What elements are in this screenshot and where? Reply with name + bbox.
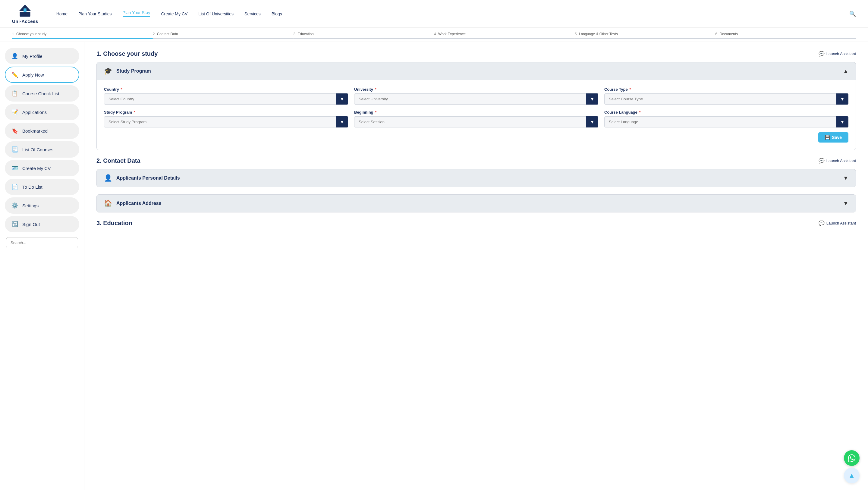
course-language-select[interactable]: Select Language — [604, 116, 848, 127]
applicants-address-accordion-header[interactable]: 🏠 Applicants Address ▼ — [97, 195, 856, 212]
nav-links: HomePlan Your StudiesPlan Your StayCreat… — [56, 10, 849, 17]
study-program-select[interactable]: Select Study Program — [104, 116, 348, 127]
personal-details-chevron: ▼ — [843, 175, 848, 181]
brand-name: Uni-Access — [12, 19, 38, 24]
settings-icon: ⚙️ — [11, 202, 18, 209]
save-icon: 💾 — [825, 135, 830, 140]
sidebar-item-applications[interactable]: 📝 Applications — [5, 104, 79, 120]
sidebar-item-sign-out[interactable]: ↩️ Sign Out — [5, 216, 79, 232]
step-number: 1. — [12, 32, 15, 36]
create-my-cv-label: Create My CV — [22, 166, 51, 171]
sidebar-item-course-check-list[interactable]: 📋 Course Check List — [5, 85, 79, 101]
step-item: 4.Work Experience — [434, 32, 575, 41]
step-number: 3. — [293, 32, 296, 36]
step-bar — [715, 38, 856, 39]
study-program-form-grid: Country * Select Country ▼ University * … — [104, 87, 848, 127]
scroll-up-fab[interactable]: ▲ — [844, 468, 860, 483]
step-label: 3.Education — [293, 32, 434, 36]
main-layout: 👤 My Profile ✏️ Apply Now 📋 Course Check… — [0, 42, 868, 490]
sidebar-item-apply-now[interactable]: ✏️ Apply Now — [5, 67, 79, 83]
nav-link-create-my-cv[interactable]: Create My CV — [161, 11, 187, 16]
svg-rect-2 — [24, 8, 27, 12]
step-bar — [153, 38, 293, 39]
sign-out-icon: ↩️ — [11, 221, 18, 227]
university-select[interactable]: Select University — [354, 93, 598, 104]
section1-launch-label: Launch Assistant — [827, 52, 856, 56]
applicants-address-accordion: 🏠 Applicants Address ▼ — [96, 194, 856, 212]
course-check-list-icon: 📋 — [11, 90, 18, 97]
beginning-select[interactable]: Select Session — [354, 116, 598, 127]
applications-icon: 📝 — [11, 109, 18, 115]
launch-assistant-icon: 💬 — [818, 51, 825, 57]
sidebar-item-to-do-list[interactable]: 📄 To Do List — [5, 179, 79, 195]
country-select[interactable]: Select Country — [104, 93, 348, 104]
label-study-program-select: Study Program * — [104, 110, 348, 115]
required-mark: * — [374, 87, 376, 92]
label-beginning-select: Beginning * — [354, 110, 598, 115]
step-bar — [12, 38, 153, 39]
step-label: 6.Documents — [715, 32, 856, 36]
home-icon: 🏠 — [104, 200, 112, 207]
svg-rect-0 — [20, 12, 30, 17]
main-content: 1. Choose your study 💬 Launch Assistant … — [84, 42, 868, 490]
label-country-select: Country * — [104, 87, 348, 92]
nav-link-home[interactable]: Home — [56, 11, 67, 16]
person-icon: 👤 — [104, 174, 112, 182]
form-actions: 💾 Save — [104, 132, 848, 143]
section2-title: 2. Contact Data — [96, 157, 141, 164]
section1-header: 1. Choose your study 💬 Launch Assistant — [96, 50, 856, 57]
required-mark: * — [374, 110, 377, 115]
section1-launch-assistant[interactable]: 💬 Launch Assistant — [818, 51, 856, 57]
step-number: 6. — [715, 32, 718, 36]
course-type-select[interactable]: Select Course Type — [604, 93, 848, 104]
sidebar-search-input[interactable] — [6, 237, 78, 248]
list-of-courses-label: List Of Courses — [22, 147, 53, 152]
sidebar-search-wrap — [5, 237, 79, 248]
step-number: 5. — [575, 32, 578, 36]
form-group-course-type-select: Course Type * Select Course Type ▼ — [604, 87, 848, 104]
personal-details-accordion-header[interactable]: 👤 Applicants Personal Details ▼ — [97, 170, 856, 187]
label-course-language-select: Course Language * — [604, 110, 848, 115]
logo-icon — [18, 4, 32, 18]
sidebar-item-list-of-courses[interactable]: 📃 List Of Courses — [5, 141, 79, 158]
sidebar-item-my-profile[interactable]: 👤 My Profile — [5, 48, 79, 64]
personal-details-left: 👤 Applicants Personal Details — [104, 174, 180, 182]
list-of-courses-icon: 📃 — [11, 146, 18, 153]
nav-link-blogs[interactable]: Blogs — [272, 11, 282, 16]
sign-out-label: Sign Out — [22, 222, 40, 227]
course-check-list-label: Course Check List — [22, 91, 59, 96]
section2-launch-assistant[interactable]: 💬 Launch Assistant — [818, 158, 856, 164]
step-item: 6.Documents — [715, 32, 856, 41]
form-group-course-language-select: Course Language * Select Language ▼ — [604, 110, 848, 127]
section3-header: 3. Education 💬 Launch Assistant — [96, 220, 856, 226]
accordion-header-left: 🎓 Study Program — [104, 67, 151, 75]
nav-link-plan-your-stay[interactable]: Plan Your Stay — [123, 10, 150, 17]
step-label: 2.Contact Data — [153, 32, 293, 36]
sidebar-item-bookmarked[interactable]: 🔖 Bookmarked — [5, 123, 79, 139]
required-mark: * — [120, 87, 122, 92]
nav-link-plan-your-studies[interactable]: Plan Your Studies — [79, 11, 112, 16]
sidebar-item-create-my-cv[interactable]: 🪪 Create My CV — [5, 160, 79, 176]
save-button[interactable]: 💾 Save — [818, 132, 848, 143]
personal-details-accordion: 👤 Applicants Personal Details ▼ — [96, 169, 856, 187]
navbar: Uni-Access HomePlan Your StudiesPlan You… — [0, 0, 868, 28]
section2-header: 2. Contact Data 💬 Launch Assistant — [96, 157, 856, 164]
form-group-beginning-select: Beginning * Select Session ▼ — [354, 110, 598, 127]
section3-launch-assistant[interactable]: 💬 Launch Assistant — [818, 220, 856, 226]
to-do-list-icon: 📄 — [11, 184, 18, 190]
sidebar: 👤 My Profile ✏️ Apply Now 📋 Course Check… — [0, 42, 84, 490]
step-item: 1.Choose your study — [12, 32, 153, 41]
study-program-accordion-header[interactable]: 🎓 Study Program ▲ — [97, 62, 856, 80]
chevron-up-icon: ▲ — [848, 471, 855, 480]
search-icon[interactable]: 🔍 — [849, 10, 856, 17]
nav-link-list-of-universities[interactable]: List Of Universities — [198, 11, 234, 16]
nav-link-services[interactable]: Services — [244, 11, 261, 16]
logo-area: Uni-Access — [12, 4, 38, 24]
form-group-country-select: Country * Select Country ▼ — [104, 87, 348, 104]
applicants-address-left: 🏠 Applicants Address — [104, 200, 161, 207]
sidebar-item-settings[interactable]: ⚙️ Settings — [5, 197, 79, 214]
step-label: 4.Work Experience — [434, 32, 575, 36]
form-group-study-program-select: Study Program * Select Study Program ▼ — [104, 110, 348, 127]
whatsapp-fab[interactable] — [844, 450, 860, 466]
step-item: 2.Contact Data — [153, 32, 293, 41]
